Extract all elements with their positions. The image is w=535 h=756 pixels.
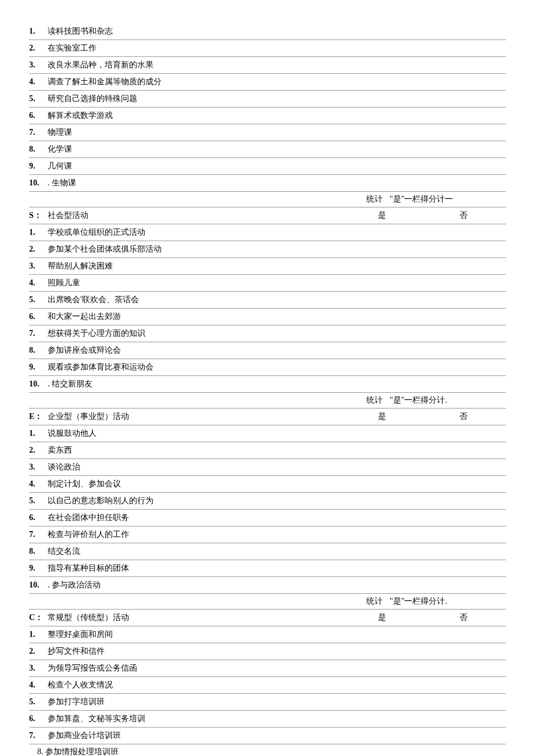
item-row: 1. 读科技图书和杂志	[29, 23, 506, 40]
item-row: 6.和大家一起出去郊游	[29, 309, 506, 325]
stat-text: "是"一栏得分计一	[390, 194, 506, 205]
section-title: 社会型活动	[45, 210, 366, 221]
item-text: 谈论政治	[45, 462, 506, 472]
item-row: 7.参加商业会计培训班	[29, 728, 506, 744]
item-number: 3.	[29, 261, 45, 271]
item-text: 整理好桌面和房间	[45, 629, 506, 640]
section-header: S： 社会型活动 是 否	[29, 207, 506, 224]
item-row: 2.卖东西	[29, 442, 506, 459]
item-text: 研究自己选择的特殊问题	[45, 94, 506, 104]
item-text: 参加商业会计培训班	[45, 730, 506, 741]
item-number: 5.	[29, 94, 45, 103]
item-text: 照顾儿童	[45, 278, 506, 288]
item-number: 3.	[29, 60, 45, 70]
item-number: 5.	[29, 295, 45, 304]
item-text: 为领导写报告或公务信函	[45, 663, 506, 673]
item-row: 5.参加打字培训班	[29, 694, 506, 711]
item-row: 6.在社会团体中担任职务	[29, 510, 506, 526]
item-text: 化学课	[45, 144, 506, 155]
item-row: 5.以自己的意志影响别人的行为	[29, 493, 506, 510]
item-text: 说服鼓动他人	[45, 428, 506, 439]
item-row: 1.说服鼓动他人	[29, 425, 506, 442]
item-number: 4.	[29, 77, 45, 87]
item-number: 8.	[29, 346, 45, 355]
item-row: 3.为领导写报告或公务信函	[29, 660, 506, 677]
item-text: 学校或单位组织的正式活动	[45, 227, 506, 238]
item-text: . 生物课	[45, 178, 506, 188]
item-row: 2.参加某个社会团体或俱乐部活动	[29, 241, 506, 258]
item-text: 结交名流	[45, 546, 506, 557]
item-number: 1.	[29, 630, 45, 639]
yes-header: 是	[366, 612, 459, 623]
item-number: 1.	[29, 228, 45, 237]
item-row: 6.参加算盘、文秘等实务培训	[29, 711, 506, 728]
stat-label: 统计	[366, 395, 390, 406]
item-number: 2.	[29, 44, 45, 53]
yes-header: 是	[366, 411, 459, 422]
section-code: C：	[29, 612, 45, 623]
stat-row: 统计 "是"一栏得分计.	[29, 393, 506, 409]
item-row: 2.在实验室工作	[29, 40, 506, 57]
item-row: 10.. 参与政治活动	[29, 577, 506, 594]
item-row: 9.观看或参加体育比赛和运动会	[29, 359, 506, 376]
item-number: 2.	[29, 245, 45, 254]
item-text: 制定计划、参加会议	[45, 479, 506, 489]
item-number: 1.	[29, 429, 45, 438]
item-text: 卖东西	[45, 445, 506, 456]
item-row: 7.物理课	[29, 124, 506, 141]
item-text: 抄写文件和信件	[45, 646, 506, 657]
item-row: 1.整理好桌面和房间	[29, 626, 506, 643]
item-text: 在社会团体中担任职务	[45, 513, 506, 523]
item-number: 7.	[29, 530, 45, 539]
section-title: 企业型（事业型）活动	[45, 411, 366, 422]
item-text: 物理课	[45, 127, 506, 138]
item-number: 6.	[29, 312, 45, 321]
item-number: 10.	[29, 379, 45, 389]
item-text: 读科技图书和杂志	[45, 26, 378, 37]
item-text: 几何课	[45, 161, 506, 171]
item-row: 9.指导有某种目标的团体	[29, 560, 506, 577]
section-code: E：	[29, 411, 45, 422]
item-text: 和大家一起出去郊游	[45, 311, 506, 322]
item-text: 参加打字培训班	[45, 697, 506, 707]
stat-label: 统计	[366, 194, 390, 205]
item-row: 4.制定计划、参加会议	[29, 476, 506, 493]
item-row: 4.调查了解土和金属等物质的成分	[29, 74, 506, 91]
section-header: C： 常规型（传统型）活动 是 否	[29, 610, 506, 626]
item-row: 4.照顾儿童	[29, 275, 506, 292]
item-row: 9.几何课	[29, 158, 506, 175]
no-header: 否	[459, 612, 506, 623]
item-number: 6.	[29, 513, 45, 522]
item-number: 6.	[29, 714, 45, 723]
stat-text: "是"一栏得分计.	[390, 395, 506, 406]
last-item: 8. 参加情报处理培训班	[29, 744, 506, 756]
item-text: 调查了解土和金属等物质的成分	[45, 77, 506, 87]
item-row: 10.. 结交新朋友	[29, 376, 506, 393]
item-text: 参加讲座会或辩论会	[45, 345, 506, 356]
item-text: 指导有某种目标的团体	[45, 563, 506, 574]
item-text: 想获得关于心理方面的知识	[45, 328, 506, 339]
item-row: 2.抄写文件和信件	[29, 643, 506, 660]
item-row: 3.改良水果品种，培育新的水果	[29, 57, 506, 74]
item-number: 5.	[29, 496, 45, 506]
item-text: 以自己的意志影响别人的行为	[45, 496, 506, 506]
item-row: 7.检查与评价别人的工作	[29, 526, 506, 543]
item-number: 3.	[29, 463, 45, 472]
item-row: 4.检查个人收支情况	[29, 677, 506, 694]
item-number: 7.	[29, 329, 45, 338]
stat-row: 统计 "是"一栏得分计一	[29, 192, 506, 207]
item-text: 解算术或数学游戏	[45, 110, 506, 121]
item-number: 7.	[29, 731, 45, 740]
item-text: . 结交新朋友	[45, 379, 506, 389]
section-title: 常规型（传统型）活动	[45, 612, 366, 623]
item-number: 8.	[29, 145, 45, 154]
item-row: 7.想获得关于心理方面的知识	[29, 325, 506, 342]
item-text: 检查个人收支情况	[45, 680, 506, 690]
item-text: 参加算盘、文秘等实务培训	[45, 714, 506, 724]
item-text: 出席晚会'联欢会、茶话会	[45, 295, 506, 305]
item-text: 检查与评价别人的工作	[45, 529, 506, 540]
section-header: E： 企业型（事业型）活动 是 否	[29, 409, 506, 425]
item-number: 1.	[29, 27, 45, 36]
item-text: 观看或参加体育比赛和运动会	[45, 362, 506, 372]
item-row: 8.结交名流	[29, 543, 506, 560]
